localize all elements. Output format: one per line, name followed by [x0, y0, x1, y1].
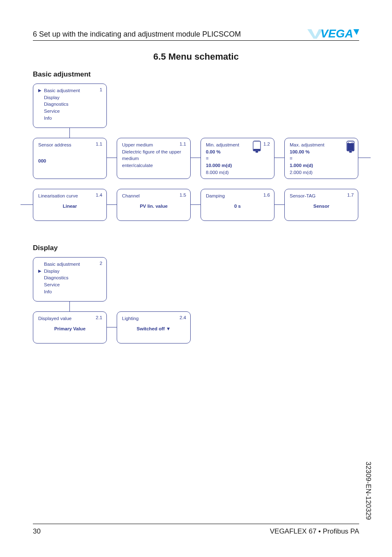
box-eq: = — [206, 155, 269, 162]
box-title: Damping — [206, 193, 269, 200]
box-value: PV lin. value — [122, 203, 185, 210]
box-number: 1.5 — [180, 192, 186, 199]
box-line: enter/calculate — [122, 162, 185, 169]
connector — [69, 302, 70, 311]
menu-item: Service — [44, 108, 101, 115]
svg-rect-8 — [349, 151, 352, 153]
connector — [107, 327, 117, 327]
box-pct: 100.00 % — [290, 149, 353, 155]
menu-item: Info — [44, 115, 101, 122]
chapter-heading: 6 Set up with the indicating and adjustm… — [33, 30, 241, 39]
box-number: 1.1 — [180, 141, 186, 148]
menu-item: Info — [44, 288, 101, 295]
menu-item: Display — [44, 268, 60, 275]
document-code: 32309-EN-120329 — [364, 462, 372, 520]
menu-item: Diagnostics — [44, 274, 101, 281]
connector — [69, 128, 70, 138]
svg-rect-4 — [254, 149, 260, 151]
product-name: VEGAFLEX 67 • Profibus PA — [270, 527, 359, 536]
box-max-adjustment: 1.3 Max. adjustment 100.00 % = 1.000 m(d… — [284, 138, 358, 179]
box-eq: = — [290, 155, 353, 162]
box-title: Sensor-TAG — [290, 193, 353, 200]
box-number: 1.4 — [96, 192, 102, 199]
connector — [191, 204, 201, 205]
footer-rule — [33, 524, 359, 524]
box-value: 2.000 m(d) — [290, 169, 353, 176]
box-lighting: 2.4 Lighting Switched off ▼ — [117, 311, 191, 343]
box-number: 1.2 — [263, 141, 270, 148]
box-title: Sensor address — [38, 142, 101, 149]
box-value: 000 — [38, 158, 101, 165]
page-number: 30 — [33, 527, 41, 536]
menu-box-1: 1 ▶Basic adjustment Display Diagnostics … — [33, 84, 107, 128]
connector — [358, 158, 371, 158]
tank-full-icon — [346, 141, 355, 153]
svg-rect-5 — [256, 151, 258, 153]
box-value: 10.000 m(d) — [206, 162, 269, 169]
play-icon: ▶ — [38, 88, 42, 94]
box-title: Linearisation curve — [38, 193, 101, 200]
menu-item: Diagnostics — [44, 101, 101, 108]
box-channel: 1.5 Channel PV lin. value — [117, 189, 191, 221]
subheading-display: Display — [33, 244, 359, 252]
box-linearisation: 1.4 Linearisation curve Linear — [33, 189, 107, 221]
box-value: Switched off ▼ — [122, 325, 185, 332]
box-title: Upper medium — [122, 142, 185, 149]
box-value: 1.000 m(d) — [290, 162, 353, 169]
header-rule — [33, 40, 359, 41]
page-content: 6 Set up with the indicating and adjustm… — [33, 27, 359, 532]
connector — [107, 158, 117, 158]
box-value: Sensor — [290, 203, 353, 210]
menu-item: Display — [44, 94, 101, 101]
box-title: Max. adjustment — [290, 142, 353, 149]
box-value: Primary Value — [38, 325, 101, 332]
box-number: 1.1 — [96, 141, 102, 148]
box-line: Dielectric figure of the upper — [122, 149, 185, 155]
menu-item: Basic adjustment — [44, 261, 101, 268]
box-value: Linear — [38, 203, 101, 210]
svg-marker-2 — [353, 29, 359, 35]
connector — [191, 158, 201, 158]
tank-empty-icon — [252, 141, 262, 153]
connector — [274, 158, 284, 158]
box-title: Channel — [122, 193, 185, 200]
connector — [107, 204, 117, 205]
menu-item: Service — [44, 281, 101, 288]
box-sensor-tag: 1.7 Sensor-TAG Sensor — [284, 189, 358, 221]
box-number: 2.1 — [96, 314, 102, 321]
box-title: Displayed value — [38, 315, 101, 322]
svg-text:VEGA: VEGA — [321, 27, 353, 39]
box-displayed-value: 2.1 Displayed value Primary Value — [33, 311, 107, 343]
subheading-basic-adjustment: Basic adjustment — [33, 70, 359, 79]
box-line: medium — [122, 155, 185, 162]
box-value: 8.000 m(d) — [206, 169, 269, 176]
box-upper-medium: 1.1 Upper medium Dielectric figure of th… — [117, 138, 191, 179]
box-number: 1.6 — [263, 192, 270, 199]
svg-rect-7 — [347, 143, 354, 151]
box-value: 0 s — [206, 203, 269, 210]
play-icon: ▶ — [38, 268, 42, 274]
box-sensor-address: 1.1 Sensor address 000 — [33, 138, 107, 179]
diagram-display: 2 Basic adjustment ▶Display Diagnostics … — [33, 257, 359, 364]
box-title: Lighting — [122, 315, 185, 322]
box-number: 1 — [100, 86, 102, 93]
box-number: 1.7 — [347, 192, 354, 199]
vega-logo: VEGA — [306, 27, 359, 39]
box-number: 2 — [100, 260, 102, 267]
box-damping: 1.6 Damping 0 s — [201, 189, 274, 221]
box-number: 2.4 — [180, 314, 186, 321]
connector — [21, 204, 33, 205]
connector — [274, 204, 284, 205]
diagram-basic-adjustment: 1 ▶Basic adjustment Display Diagnostics … — [33, 84, 359, 244]
menu-box-2: 2 Basic adjustment ▶Display Diagnostics … — [33, 257, 107, 302]
box-min-adjustment: 1.2 Min. adjustment 0.00 % = 10.000 m(d)… — [201, 138, 274, 179]
menu-item: Basic adjustment — [44, 87, 80, 94]
page-header: 6 Set up with the indicating and adjustm… — [33, 27, 359, 39]
section-title: 6.5 Menu schematic — [33, 51, 359, 62]
